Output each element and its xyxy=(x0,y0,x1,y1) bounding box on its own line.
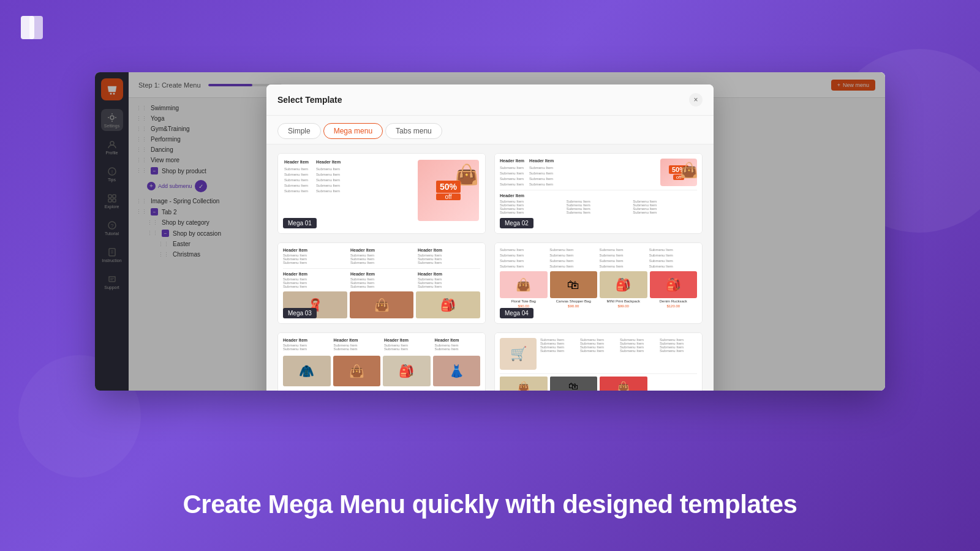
templates-grid: Header Item Submenu Item Submenu Item Su… xyxy=(266,144,714,391)
dialog-tabs: Simple Mega menu Tabs menu xyxy=(266,116,714,144)
app-mockup: Settings Profile ! Tips Explore ? Tutori… xyxy=(95,72,885,391)
tab-tabs-menu[interactable]: Tabs menu xyxy=(385,123,442,139)
logo-area xyxy=(17,11,49,45)
dialog-overlay: Select Template × Simple Mega menu Tabs … xyxy=(95,72,885,391)
tab-simple[interactable]: Simple xyxy=(277,123,321,139)
mega02-label: Mega 02 xyxy=(500,218,533,228)
tab-mega-menu[interactable]: Mega menu xyxy=(323,123,383,139)
template-mega04[interactable]: Submenu Item Submenu Item Submenu Item S… xyxy=(494,242,703,324)
mega06-preview: 🛒 Submenu Item Submenu Item Submenu Item… xyxy=(495,333,702,391)
template-mega03[interactable]: Header Item Submenu Item Submenu Item Su… xyxy=(277,242,486,324)
mega01-label: Mega 01 xyxy=(283,218,317,228)
select-template-dialog: Select Template × Simple Mega menu Tabs … xyxy=(266,84,714,391)
close-dialog-button[interactable]: × xyxy=(689,93,703,107)
template-mega02[interactable]: Header Item Submenu Item Submenu Item Su… xyxy=(494,153,703,234)
template-mega01[interactable]: Header Item Submenu Item Submenu Item Su… xyxy=(277,153,486,234)
mega05-preview: Header Item Submenu Item Submenu Item He… xyxy=(278,333,485,391)
bottom-tagline: Create Mega Menu quickly with designed t… xyxy=(0,490,980,519)
template-mega06[interactable]: 🛒 Submenu Item Submenu Item Submenu Item… xyxy=(494,332,703,391)
template-mega05[interactable]: Header Item Submenu Item Submenu Item He… xyxy=(277,332,486,391)
dialog-title: Select Template xyxy=(277,95,342,105)
mega04-label: Mega 04 xyxy=(500,308,533,318)
mega01-banner: 50% off 👜 xyxy=(418,160,479,221)
logo-icon xyxy=(17,11,49,43)
svg-rect-1 xyxy=(29,16,43,39)
dialog-header: Select Template × xyxy=(266,84,714,116)
mega03-label: Mega 03 xyxy=(283,308,317,318)
